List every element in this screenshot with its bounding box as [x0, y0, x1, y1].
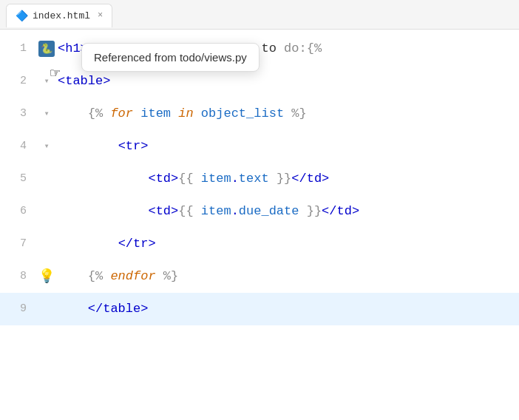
line-content-5: <td>{{ item.text }}</td>: [58, 163, 519, 195]
cursor-hand-icon: ☞: [50, 64, 60, 84]
line-content-4: <tr>: [58, 130, 519, 163]
line-gutter-3: ▾: [35, 98, 58, 130]
line-gutter-8: 💡: [35, 260, 58, 293]
line-number-9: 9: [0, 293, 35, 325]
editor-area: Referenced from todo/views.py ☞ 1 🐍 <h1>…: [0, 30, 519, 420]
line-number-3: 3: [0, 98, 35, 130]
line-content-8: {% endfor %}: [58, 260, 519, 293]
line-content-7: </tr>: [58, 228, 519, 260]
fold-arrow-4[interactable]: ▾: [44, 130, 49, 163]
fold-arrow-2[interactable]: ▾: [44, 65, 49, 98]
tooltip-text: Referenced from todo/views.py: [94, 51, 247, 64]
code-line-2: 2 ▾ <table>: [0, 65, 519, 98]
line-number-6: 6: [0, 195, 35, 228]
line-number-4: 4: [0, 130, 35, 163]
code-line-5: 5 <td>{{ item.text }}</td>: [0, 163, 519, 195]
tab-close-button[interactable]: ×: [98, 10, 103, 21]
line-number-2: 2: [0, 65, 35, 98]
html-file-icon: 🔷: [16, 10, 28, 22]
line-number-7: 7: [0, 228, 35, 260]
line-content-9: </table>: [58, 293, 519, 325]
line-gutter-1: 🐍: [35, 41, 58, 57]
line-number-8: 8: [0, 260, 35, 293]
bulb-icon[interactable]: 💡: [38, 260, 55, 293]
line-content-3: {% for item in object_list %}: [58, 98, 519, 130]
line-content-6: <td>{{ item.due_date }}</td>: [58, 195, 519, 228]
tab-bar: 🔷 index.html ×: [0, 0, 519, 30]
tab-filename: index.html: [33, 10, 90, 21]
code-line-1: 1 🐍 <h1>{% blocktrans %}things to do:{%: [0, 33, 519, 65]
code-line-7: 7 </tr>: [0, 228, 519, 260]
code-lines: 1 🐍 <h1>{% blocktrans %}things to do:{% …: [0, 30, 519, 325]
code-line-3: 3 ▾ {% for item in object_list %}: [0, 98, 519, 130]
file-tab[interactable]: 🔷 index.html ×: [6, 4, 112, 27]
python-icon: 🐍: [38, 41, 55, 57]
code-line-8: 8 💡 {% endfor %}: [0, 260, 519, 293]
fold-arrow-3[interactable]: ▾: [44, 98, 49, 130]
code-line-6: 6 <td>{{ item.due_date }}</td>: [0, 195, 519, 228]
line-number-5: 5: [0, 163, 35, 195]
code-line-4: 4 ▾ <tr>: [0, 130, 519, 163]
code-line-9: 9 </table>: [0, 293, 519, 325]
line-gutter-4: ▾: [35, 130, 58, 163]
line-number-1: 1: [0, 33, 35, 65]
reference-tooltip: Referenced from todo/views.py: [81, 43, 260, 72]
